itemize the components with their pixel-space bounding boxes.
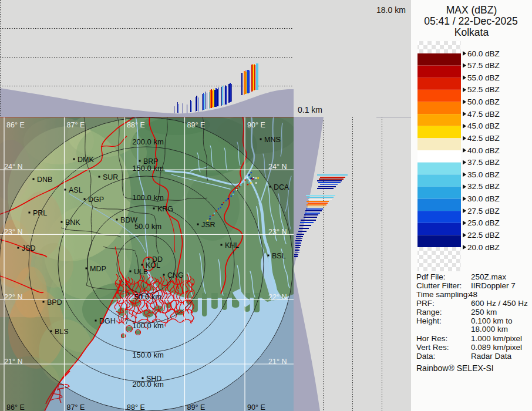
svg-text:88° E: 88° E [127, 121, 145, 129]
svg-text:24° N: 24° N [4, 163, 22, 171]
svg-text:90° E: 90° E [247, 403, 265, 411]
svg-text:Clutter Filter:: Clutter Filter: [416, 281, 462, 290]
svg-text:Radar Data: Radar Data [471, 352, 512, 361]
svg-text:25.0 dBZ: 25.0 dBZ [467, 218, 500, 227]
svg-text:Height:: Height: [416, 316, 442, 325]
svg-text:ASL: ASL [69, 186, 83, 194]
svg-text:SUR: SUR [103, 173, 118, 181]
svg-text:250Z.max: 250Z.max [471, 272, 506, 281]
svg-text:150.0 km: 150.0 km [132, 351, 163, 359]
svg-text:32.5 dBZ: 32.5 dBZ [467, 182, 500, 191]
svg-text:BPD: BPD [47, 298, 62, 306]
svg-text:22° N: 22° N [268, 293, 287, 301]
svg-text:BSL: BSL [272, 252, 286, 260]
svg-text:0.100 km to: 0.100 km to [471, 316, 513, 325]
svg-text:87° E: 87° E [67, 403, 85, 411]
svg-text:Rainbow® SELEX-SI: Rainbow® SELEX-SI [416, 363, 494, 373]
svg-text:DGH: DGH [99, 317, 116, 325]
svg-text:48: 48 [469, 290, 477, 299]
svg-text:52.5 dBZ: 52.5 dBZ [467, 85, 500, 94]
svg-text:100.0 km: 100.0 km [132, 193, 163, 202]
svg-text:87° E: 87° E [67, 121, 85, 129]
svg-text:18.0 km: 18.0 km [376, 5, 406, 15]
svg-text:DMK: DMK [78, 156, 94, 164]
svg-text:27.5 dBZ: 27.5 dBZ [467, 207, 500, 215]
svg-text:JSR: JSR [201, 221, 216, 229]
svg-text:MNS: MNS [264, 136, 281, 144]
svg-text:47.5 dBZ: 47.5 dBZ [467, 110, 500, 119]
svg-text:23° N: 23° N [4, 228, 22, 236]
svg-text:Pdf File:: Pdf File: [416, 272, 446, 281]
svg-text:30.0 dBZ: 30.0 dBZ [467, 194, 500, 203]
svg-text:Kolkata: Kolkata [454, 26, 489, 38]
svg-text:BNK: BNK [65, 218, 80, 227]
svg-text:50.0 dBZ: 50.0 dBZ [467, 97, 500, 106]
svg-text:23° N: 23° N [268, 228, 287, 236]
svg-text:0.089 km/pixel: 0.089 km/pixel [471, 343, 522, 352]
svg-text:ULB: ULB [134, 268, 148, 276]
svg-text:50.0 km: 50.0 km [134, 292, 161, 301]
svg-text:JSD: JSD [22, 244, 36, 252]
svg-text:200.0 km: 200.0 km [132, 380, 163, 389]
svg-text:18.000 km: 18.000 km [471, 325, 508, 333]
svg-text:PRF:: PRF: [416, 299, 435, 308]
svg-text:22° N: 22° N [4, 293, 22, 301]
svg-text:IIRDoppler 7: IIRDoppler 7 [471, 281, 516, 290]
svg-text:BLS: BLS [55, 328, 69, 336]
svg-text:200.0 km: 200.0 km [132, 137, 163, 146]
svg-text:Data:: Data: [416, 352, 435, 361]
svg-text:50.0 km: 50.0 km [134, 222, 161, 231]
svg-text:88° E: 88° E [127, 403, 145, 411]
svg-text:86° E: 86° E [6, 403, 25, 411]
svg-text:21° N: 21° N [268, 358, 287, 366]
svg-text:42.5 dBZ: 42.5 dBZ [467, 134, 500, 143]
svg-text:05:41 / 22-Dec-2025: 05:41 / 22-Dec-2025 [424, 15, 518, 27]
svg-text:45.0 dBZ: 45.0 dBZ [467, 122, 500, 130]
svg-text:21° N: 21° N [4, 358, 22, 366]
svg-text:DCA: DCA [274, 183, 289, 191]
svg-text:Range:: Range: [416, 308, 442, 316]
svg-text:89° E: 89° E [187, 403, 206, 411]
svg-text:55.0 dBZ: 55.0 dBZ [467, 73, 500, 82]
svg-text:PRL: PRL [33, 209, 47, 217]
svg-text:0.1 km: 0.1 km [298, 105, 322, 114]
svg-text:250 km: 250 km [471, 308, 497, 316]
svg-text:1.000 km/pixel: 1.000 km/pixel [471, 334, 522, 343]
svg-text:89° E: 89° E [187, 121, 206, 129]
svg-text:KHL: KHL [225, 241, 239, 250]
svg-text:22.5 dBZ: 22.5 dBZ [467, 231, 500, 240]
svg-text:Time sampling:: Time sampling: [416, 290, 470, 299]
svg-text:20.0 dBZ: 20.0 dBZ [467, 243, 500, 252]
svg-text:600 Hz / 450 Hz: 600 Hz / 450 Hz [471, 299, 528, 308]
svg-text:KRG: KRG [157, 205, 173, 213]
svg-text:60.0 dBZ: 60.0 dBZ [467, 49, 500, 58]
svg-text:40.0 dBZ: 40.0 dBZ [467, 146, 500, 155]
svg-text:Hor Res:: Hor Res: [416, 334, 447, 343]
svg-text:MDP: MDP [90, 265, 106, 273]
svg-text:Vert Res:: Vert Res: [416, 343, 449, 352]
svg-text:CNG: CNG [167, 271, 184, 279]
svg-text:37.5 dBZ: 37.5 dBZ [467, 158, 500, 167]
svg-text:90° E: 90° E [247, 121, 265, 129]
svg-text:100.0 km: 100.0 km [132, 321, 163, 330]
svg-text:150.0 km: 150.0 km [132, 164, 163, 173]
svg-text:24° N: 24° N [268, 163, 287, 171]
svg-text:86° E: 86° E [6, 121, 25, 129]
svg-text:35.0 dBZ: 35.0 dBZ [467, 170, 500, 179]
svg-text:57.5 dBZ: 57.5 dBZ [467, 61, 500, 70]
svg-text:DGP: DGP [88, 196, 104, 204]
svg-text:MAX (dBZ): MAX (dBZ) [446, 4, 497, 16]
svg-text:DNB: DNB [37, 176, 52, 184]
